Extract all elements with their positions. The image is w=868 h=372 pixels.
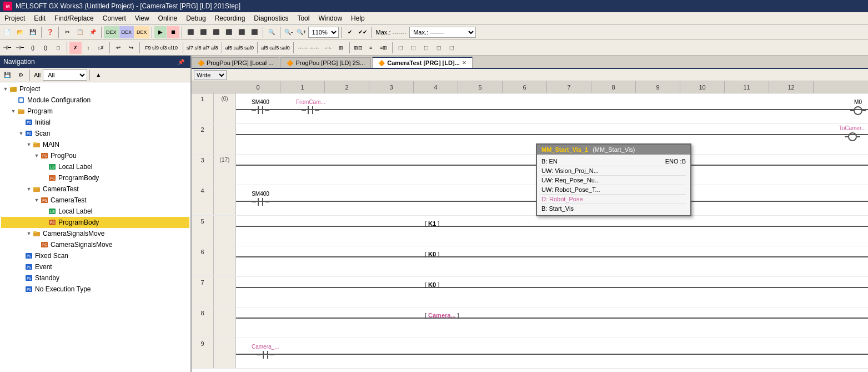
misc-btn-3[interactable]: ≡⊞: [378, 42, 390, 54]
tree-expand-cameratest[interactable]: ▼: [26, 186, 32, 192]
tree-expand-program[interactable]: ▼: [10, 108, 17, 115]
ladder-btn-2[interactable]: ⊣⊢: [14, 42, 26, 54]
menu-online[interactable]: Online: [154, 13, 182, 24]
write-mode-btn[interactable]: DEX: [104, 26, 119, 38]
save-btn[interactable]: 💾: [27, 26, 39, 38]
misc-btn-5[interactable]: ⬚: [408, 42, 420, 54]
tree-item-scan[interactable]: ▼PGScan: [1, 128, 189, 139]
delete-btn[interactable]: ✗: [69, 42, 82, 54]
zoom-out-btn[interactable]: 🔍-: [283, 26, 295, 38]
tree-expand-camerasignalsmove[interactable]: ▼: [26, 230, 32, 237]
tree-item-standby[interactable]: PGStandby: [1, 272, 189, 284]
misc-btn-7[interactable]: ⬚: [433, 42, 445, 54]
nav-pin-btn[interactable]: 📌: [175, 56, 187, 68]
nav-scroll-up[interactable]: ▲: [92, 69, 104, 81]
copy-btn[interactable]: 📋: [74, 26, 86, 38]
menu-find-replace[interactable]: Find/Replace: [50, 13, 98, 24]
open-btn[interactable]: 📂: [14, 26, 26, 38]
tree-item-cameratest[interactable]: ▼CameraTest: [1, 183, 189, 195]
menu-window[interactable]: Window: [314, 13, 347, 24]
tab-progpou-local[interactable]: 🔶 ProgPou [PRG] [Local ...: [192, 57, 279, 68]
tree-label-local-label2: Local Label: [58, 207, 92, 215]
write-mode-selector[interactable]: Write Read Monitor: [194, 70, 227, 80]
tab-progpou-ld[interactable]: 🔶 ProgPou [PRG] [LD] 2S...: [280, 57, 371, 68]
insert-row-btn[interactable]: ↕: [82, 42, 94, 54]
tree-item-fixed-scan[interactable]: PGFixed Scan: [1, 250, 189, 261]
ladder-btn-1[interactable]: ⊣⊢: [1, 42, 13, 54]
tree-item-local-label[interactable]: LBLocal Label: [1, 161, 189, 172]
nav-btn-1[interactable]: 💾: [1, 69, 13, 81]
zoom-in-btn[interactable]: 🔍+: [295, 26, 308, 38]
ladder-btn-3[interactable]: (): [27, 42, 39, 54]
menu-diagnostics[interactable]: Diagnostics: [249, 13, 293, 24]
misc-btn-8[interactable]: ⬚: [446, 42, 458, 54]
menu-tool[interactable]: Tool: [293, 13, 314, 24]
display-btn-2[interactable]: →←: [322, 42, 334, 54]
misc-btn-1[interactable]: ⊞⊟: [352, 42, 364, 54]
close-tab-btn[interactable]: ✕: [462, 60, 466, 66]
menu-recording[interactable]: Recording: [210, 13, 250, 24]
verify-btn[interactable]: ✔✔: [357, 26, 369, 38]
tree-expand-scan[interactable]: ▼: [18, 130, 24, 137]
tree-expand-project[interactable]: ▼: [2, 86, 9, 92]
menu-project[interactable]: Project: [0, 13, 29, 24]
nav-filter-select[interactable]: All: [43, 70, 87, 81]
toolbar-btn-2[interactable]: ⬛: [197, 26, 209, 38]
tree-item-program[interactable]: ▼Program: [1, 106, 189, 117]
tree-item-initial[interactable]: PGInitial: [1, 117, 189, 128]
tree-item-event[interactable]: PGEvent: [1, 261, 189, 272]
new-btn[interactable]: 📄: [1, 26, 13, 38]
tree-item-module-config[interactable]: Module Configuration: [1, 95, 189, 106]
max-selector[interactable]: Max.: -------: [409, 27, 476, 38]
menu-debug[interactable]: Debug: [182, 13, 210, 24]
tree-item-program-body2[interactable]: PGProgramBody: [1, 217, 189, 228]
tree-item-camerasignalsmove2[interactable]: PGCameraSignalsMove: [1, 239, 189, 250]
read-mode-btn[interactable]: DEX: [119, 26, 134, 38]
tree-expand-main[interactable]: ▼: [26, 141, 32, 148]
cut-btn[interactable]: ✂: [61, 26, 73, 38]
convert-btn[interactable]: F9 sf9 cf3 cf10: [142, 42, 180, 54]
tree-item-camerasignalsmove[interactable]: ▼CameraSignalsMove: [1, 228, 189, 239]
display-btn-1[interactable]: →-←→-←: [296, 42, 322, 54]
tree-item-program-body[interactable]: PGProgramBody: [1, 172, 189, 183]
fb-btn-1[interactable]: sf7 sf8 af7 af8: [185, 42, 219, 54]
menu-edit[interactable]: Edit: [29, 13, 50, 24]
tree-expand-cameratest2[interactable]: ▼: [33, 197, 40, 204]
menu-help[interactable]: Help: [347, 13, 369, 24]
zoom-selector[interactable]: 110% 100% 75%: [308, 27, 339, 38]
misc-btn-2[interactable]: ≡: [365, 42, 377, 54]
misc-btn-4[interactable]: ⬚: [395, 42, 407, 54]
toolbar-btn-1[interactable]: ⬛: [184, 26, 197, 38]
misc-btn-6[interactable]: ⬚: [420, 42, 433, 54]
tree-item-project[interactable]: ▼Project: [1, 83, 189, 95]
toolbar-btn-6[interactable]: ⬛: [248, 26, 260, 38]
tree-item-progpou[interactable]: ▼PGProgPou: [1, 150, 189, 161]
delete-row-btn[interactable]: ↕✗: [95, 42, 107, 54]
ladder-btn-4[interactable]: (): [39, 42, 52, 54]
help-btn[interactable]: ❓: [44, 26, 56, 38]
run-btn[interactable]: ▶: [154, 26, 167, 38]
redo-btn[interactable]: ↪: [125, 42, 137, 54]
paste-btn[interactable]: 📌: [87, 26, 99, 38]
tree-item-no-exec[interactable]: PGNo Execution Type: [1, 284, 189, 295]
monitor-btn[interactable]: DEX: [134, 26, 149, 38]
stop-btn[interactable]: ⏹: [167, 26, 179, 38]
ladder-btn-5[interactable]: □: [52, 42, 64, 54]
display-btn-3[interactable]: ⊞: [335, 42, 347, 54]
tree-item-main[interactable]: ▼MAIN: [1, 139, 189, 150]
check-btn[interactable]: ✔: [344, 26, 356, 38]
force-btn-1[interactable]: af5 caf5 saf0: [260, 42, 291, 54]
toolbar-btn-5[interactable]: ⬛: [235, 26, 248, 38]
tree-expand-progpou[interactable]: ▼: [33, 152, 40, 159]
monitor-start-btn[interactable]: af5 caf5 saf0: [224, 42, 255, 54]
undo-btn[interactable]: ↩: [112, 42, 124, 54]
nav-btn-2[interactable]: ⚙: [14, 69, 27, 81]
tree-item-cameratest2[interactable]: ▼PGCameraTest: [1, 195, 189, 206]
toolbar-btn-3[interactable]: ⬛: [210, 26, 222, 38]
tab-cameratest-ld[interactable]: 🔶 CameraTest [PRG] [LD]... ✕: [372, 57, 473, 68]
search-btn[interactable]: 🔍: [265, 26, 278, 38]
menu-view[interactable]: View: [131, 13, 154, 24]
menu-convert[interactable]: Convert: [98, 13, 131, 24]
tree-item-local-label2[interactable]: LBLocal Label: [1, 206, 189, 217]
toolbar-btn-4[interactable]: ⬛: [223, 26, 235, 38]
